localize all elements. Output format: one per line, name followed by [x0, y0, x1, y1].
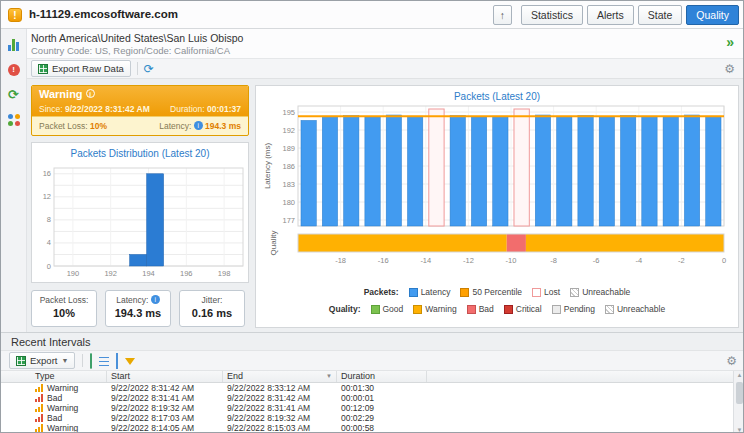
- latency-bar: [599, 117, 614, 226]
- svg-text:189: 189: [282, 144, 295, 153]
- svg-text:16: 16: [43, 169, 51, 178]
- interval-end: 9/22/2022 8:33:12 AM: [223, 383, 337, 393]
- packets-chart: 177180183186189192195-18-16-14-12-10-8-6…: [260, 104, 734, 276]
- history-refresh-icon[interactable]: ⟳: [144, 62, 154, 76]
- spreadsheet-icon: [16, 356, 26, 366]
- tab-alerts[interactable]: Alerts: [587, 5, 634, 25]
- interval-type-label: Warning: [47, 383, 78, 393]
- lost-packet-bar: [429, 109, 444, 226]
- svg-text:-8: -8: [550, 256, 557, 265]
- interval-end: 9/22/2022 8:31:41 AM: [223, 403, 337, 413]
- interval-type-label: Warning: [47, 423, 78, 433]
- legend-item-latency: Latency: [409, 287, 451, 297]
- legend-label: Quality:: [329, 304, 361, 314]
- latency-bar: [471, 117, 486, 226]
- svg-text:192: 192: [282, 126, 295, 135]
- legend-swatch-icon: [413, 305, 422, 314]
- table-row[interactable]: Warning9/22/2022 8:31:42 AM9/22/2022 8:3…: [1, 383, 733, 393]
- scatter-icon[interactable]: [5, 111, 23, 129]
- collapse-up-button[interactable]: ↑: [493, 5, 512, 25]
- column-header-type[interactable]: Type: [31, 371, 107, 382]
- state-panel-metrics: Packet Loss: 10% Latency: i 194.3 ms: [32, 116, 248, 135]
- statbox-label: Packet Loss:: [32, 295, 96, 305]
- table-header: Type Start End▼ Duration: [1, 371, 733, 383]
- auto-refresh-icon[interactable]: ⟳: [5, 86, 23, 104]
- columns-icon[interactable]: [116, 354, 118, 368]
- latency-statbox: Latency: i 194.3 ms: [105, 290, 171, 327]
- interval-end: 9/22/2022 8:19:32 AM: [223, 413, 337, 423]
- interval-duration: 00:00:58: [337, 423, 427, 433]
- packet-loss-value: 10%: [90, 121, 107, 131]
- latency-value: 194.3 ms: [205, 121, 241, 131]
- app-window: ! h-11129.emcosoftware.com ↑ Statistics …: [0, 0, 744, 433]
- scroll-up-icon[interactable]: ▲: [734, 372, 744, 378]
- tab-quality[interactable]: Quality: [686, 5, 739, 25]
- table-row[interactable]: Bad9/22/2022 8:31:41 AM9/22/2022 8:31:42…: [1, 393, 733, 403]
- interval-type-cell: Warning: [31, 423, 107, 433]
- titlebar: ! h-11129.emcosoftware.com ↑ Statistics …: [1, 1, 744, 29]
- legend-swatch-icon: [532, 288, 541, 297]
- packets-legend: Packets:Latency50 PercentileLostUnreacha…: [256, 287, 738, 297]
- double-arrow-icon[interactable]: »: [726, 34, 734, 50]
- tab-state[interactable]: State: [638, 5, 683, 25]
- svg-text:177: 177: [282, 216, 295, 225]
- state-label: Warning i: [39, 88, 95, 100]
- column-header-duration[interactable]: Duration: [337, 371, 427, 382]
- spreadsheet-icon: [38, 64, 48, 74]
- table-row[interactable]: Warning9/22/2022 8:19:32 AM9/22/2022 8:3…: [1, 403, 733, 413]
- scrollbar-thumb[interactable]: [736, 382, 743, 404]
- interval-duration: 00:02:29: [337, 413, 427, 423]
- packet-loss-statbox: Packet Loss: 10%: [31, 290, 97, 327]
- histogram-bar: [130, 254, 147, 266]
- export-raw-data-button[interactable]: Export Raw Data: [31, 60, 131, 77]
- latency-bar: [493, 116, 508, 226]
- vertical-scrollbar[interactable]: ▲ ▼: [733, 371, 744, 433]
- export-button[interactable]: Export ▼: [9, 352, 75, 369]
- recent-intervals-section: Recent Intervals Export ▼ ⚙ Type Start E…: [1, 332, 744, 433]
- filter-icon[interactable]: [125, 354, 135, 368]
- latency-bar: [557, 116, 572, 226]
- grid-settings-gear-icon[interactable]: ⚙: [726, 354, 737, 368]
- table-row[interactable]: Warning9/22/2022 8:14:05 AM9/22/2022 8:1…: [1, 423, 733, 433]
- scroll-down-icon[interactable]: ▼: [734, 427, 744, 433]
- location-details: Country Code: US, Region/Code: Californi…: [31, 45, 230, 56]
- lost-packet-bar: [514, 109, 529, 226]
- interval-start: 9/22/2022 8:17:03 AM: [107, 413, 223, 423]
- table-row[interactable]: Bad9/22/2022 8:17:03 AM9/22/2022 8:19:32…: [1, 413, 733, 423]
- latency-bar: [535, 115, 550, 226]
- packets-chart-title: Packets (Latest 20): [256, 86, 738, 102]
- jitter-statbox: Jitter: 0.16 ms: [179, 290, 245, 327]
- statbox-value: 194.3 ms: [106, 307, 170, 319]
- info-icon: i: [194, 121, 203, 130]
- packets-distribution-panel: Packets Distribution (Latest 20) 1901921…: [31, 142, 249, 283]
- histogram-bar: [147, 174, 164, 266]
- comment-icon[interactable]: [90, 354, 92, 368]
- column-header-start[interactable]: Start: [107, 371, 223, 382]
- packets-panel: Packets (Latest 20) 17718018318618919219…: [255, 85, 739, 328]
- statbox-label: Latency: i: [106, 295, 170, 305]
- bar-chart-icon[interactable]: [5, 36, 23, 54]
- latency-bar: [642, 116, 657, 226]
- host-state-panel: Warning i Since: 9/22/2022 8:31:42 AM Du…: [31, 85, 249, 136]
- since-value: 9/22/2022 8:31:42 AM: [65, 104, 150, 114]
- svg-text:195: 195: [282, 108, 295, 117]
- latency-bar: [365, 117, 380, 226]
- interval-start: 9/22/2022 8:31:41 AM: [107, 393, 223, 403]
- settings-gear-icon[interactable]: ⚙: [724, 62, 735, 76]
- latency-bar: [620, 116, 635, 226]
- main-toolbar: Export Raw Data ⟳ ⚙: [27, 59, 743, 79]
- svg-text:-10: -10: [506, 256, 517, 265]
- interval-type-icon: [35, 424, 43, 432]
- alerts-icon[interactable]: !: [5, 61, 23, 79]
- list-view-icon[interactable]: [99, 356, 109, 366]
- sidebar: ! ⟳: [1, 29, 27, 332]
- legend-item-unreachable: Unreachable: [570, 287, 630, 297]
- interval-type-label: Bad: [47, 413, 62, 423]
- column-header-end[interactable]: End▼: [223, 371, 337, 382]
- legend-swatch-icon: [371, 305, 380, 314]
- table-body: Warning9/22/2022 8:31:42 AM9/22/2022 8:3…: [1, 383, 733, 433]
- tab-statistics[interactable]: Statistics: [521, 5, 583, 25]
- latency-bar: [301, 120, 316, 226]
- legend-swatch-icon: [605, 305, 614, 314]
- quality-axis-label: Quality: [269, 231, 278, 256]
